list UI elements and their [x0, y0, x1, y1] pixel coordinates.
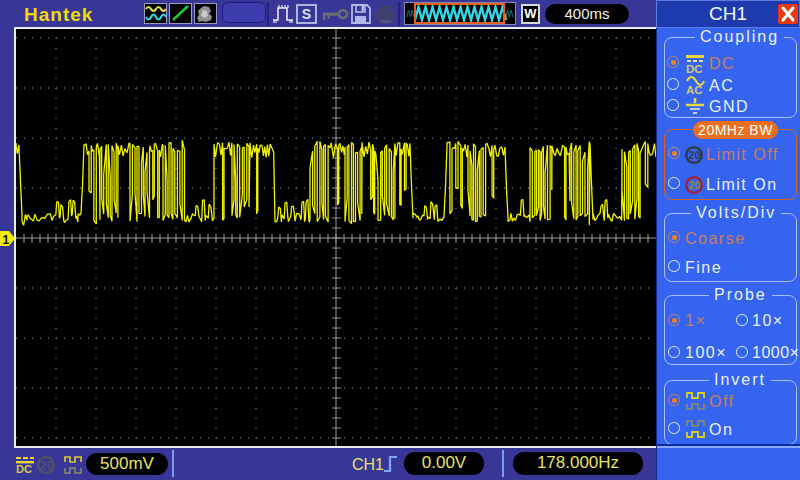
svg-text:20: 20: [689, 149, 701, 161]
svg-text:1: 1: [3, 233, 10, 247]
svg-text:20: 20: [689, 179, 701, 191]
svg-text:DC: DC: [686, 63, 703, 74]
svg-text:DC: DC: [16, 463, 32, 474]
svg-text:20: 20: [40, 459, 54, 473]
svg-text:AC: AC: [686, 84, 703, 95]
